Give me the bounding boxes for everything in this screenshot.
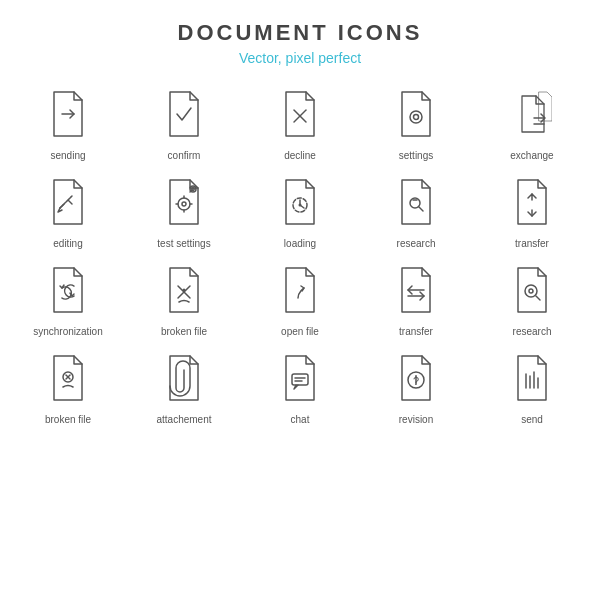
icon-broken-file-2: broken file bbox=[10, 348, 126, 426]
icon-send: send bbox=[474, 348, 590, 426]
icon-transfer-2: transfer bbox=[358, 260, 474, 338]
icon-decline: decline bbox=[242, 84, 358, 162]
icon-exchange: exchange bbox=[474, 84, 590, 162]
icon-research-1: research bbox=[358, 172, 474, 250]
icon-transfer-1: transfer bbox=[474, 172, 590, 250]
svg-point-31 bbox=[525, 285, 537, 297]
icon-open-file: open file bbox=[242, 260, 358, 338]
svg-point-9 bbox=[178, 198, 190, 210]
icon-settings: settings bbox=[358, 84, 474, 162]
icon-research-2: research bbox=[474, 260, 590, 338]
svg-point-17 bbox=[192, 188, 194, 190]
svg-line-33 bbox=[536, 296, 540, 300]
svg-text:?: ? bbox=[413, 375, 419, 387]
page-title: DOCUMENT ICONS bbox=[178, 20, 423, 46]
svg-rect-37 bbox=[292, 374, 308, 385]
svg-point-3 bbox=[410, 111, 422, 123]
icon-broken-file-1: broken file bbox=[126, 260, 242, 338]
svg-point-32 bbox=[529, 289, 533, 293]
svg-point-10 bbox=[182, 202, 186, 206]
icon-confirm: confirm bbox=[126, 84, 242, 162]
icon-chat: chat bbox=[242, 348, 358, 426]
svg-line-8 bbox=[68, 200, 72, 204]
icon-test-settings: test settings bbox=[126, 172, 242, 250]
svg-point-28 bbox=[183, 289, 186, 292]
icon-loading: loading bbox=[242, 172, 358, 250]
svg-point-16 bbox=[190, 186, 196, 192]
page-subtitle: Vector, pixel perfect bbox=[239, 50, 361, 66]
svg-point-21 bbox=[299, 204, 302, 207]
icon-revision: ? revision bbox=[358, 348, 474, 426]
icon-attachement: attachement bbox=[126, 348, 242, 426]
svg-point-4 bbox=[414, 115, 419, 120]
icon-sending: sending bbox=[10, 84, 126, 162]
svg-line-23 bbox=[419, 207, 423, 211]
icon-editing: editing bbox=[10, 172, 126, 250]
icon-synchronization: synchronization bbox=[10, 260, 126, 338]
icons-grid: sending confirm decline bbox=[10, 84, 590, 426]
